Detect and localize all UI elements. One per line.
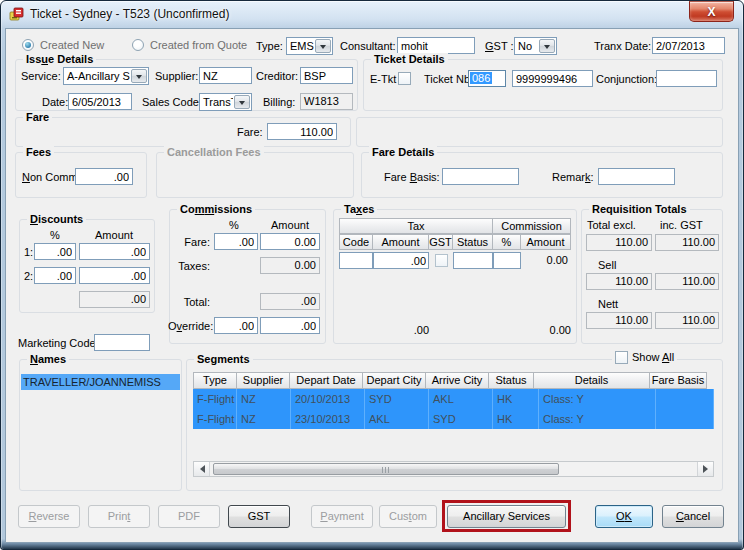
supplier-input[interactable] xyxy=(199,67,252,84)
tax-code-input[interactable] xyxy=(339,252,373,269)
app-icon xyxy=(9,6,25,22)
ticket-details-title: Ticket Details xyxy=(371,53,448,66)
gst-button[interactable]: GST xyxy=(228,505,290,528)
inc-gst-header: inc. GST xyxy=(660,219,703,232)
ticket-nbr-input[interactable] xyxy=(512,70,593,87)
fees-group: Fees Non Comm: xyxy=(15,152,147,198)
discount-row1-amount-input[interactable] xyxy=(79,243,150,260)
commissions-fare-pct-input[interactable] xyxy=(214,233,258,250)
scrollbar-track[interactable] xyxy=(210,462,697,476)
non-comm-input[interactable] xyxy=(75,168,133,185)
conjunction-input[interactable] xyxy=(656,70,717,87)
remark-input[interactable] xyxy=(598,168,675,185)
ancillary-services-button[interactable]: Ancillary Services xyxy=(447,505,566,528)
segments-horizontal-scrollbar[interactable] xyxy=(193,461,714,477)
tax-comm-amount: 0.00 xyxy=(521,252,571,269)
commissions-title: Commissions xyxy=(177,203,255,216)
creditor-label: Creditor: xyxy=(256,70,298,83)
scroll-right-icon[interactable] xyxy=(697,462,713,476)
discount-row1-pct-input[interactable] xyxy=(34,243,76,260)
taxes-col-gst: GST xyxy=(428,234,453,250)
tranx-date-input[interactable] xyxy=(652,37,725,54)
sales-code-combo[interactable]: TransTa xyxy=(199,93,252,111)
tax-status-input[interactable] xyxy=(453,252,493,269)
tax-comm-pct-input[interactable] xyxy=(493,252,521,269)
taxes-col-amount: Amount xyxy=(372,234,429,250)
etkt-label: E-Tkt xyxy=(370,73,396,86)
segments-col-fare-basis: Fare Basis xyxy=(649,372,707,389)
commissions-override-label: Override: xyxy=(168,320,212,333)
tax-gst-checkbox[interactable] xyxy=(435,254,448,267)
show-all-checkbox[interactable] xyxy=(615,351,628,364)
show-all-control[interactable]: Show All xyxy=(612,351,677,364)
requisition-totals-title: Requisition Totals xyxy=(589,203,690,216)
fare-basis-label: Fare Basis: xyxy=(384,171,440,184)
ok-button[interactable]: OK xyxy=(595,505,653,528)
total-incl-value: 110.00 xyxy=(655,234,719,251)
commissions-override-amount-input[interactable] xyxy=(260,317,320,334)
cancel-button[interactable]: Cancel xyxy=(662,505,724,528)
total-excl-header: Total excl. xyxy=(587,219,636,232)
tax-amount-input[interactable] xyxy=(373,252,429,269)
requisition-totals-group: Requisition Totals Total excl. inc. GST … xyxy=(581,209,723,344)
issue-date-input[interactable] xyxy=(68,93,132,110)
names-group: Names TRAVELLER/JOANNEMISS xyxy=(19,359,182,491)
fare-title: Fare xyxy=(23,111,52,124)
issue-details-group: Issue Details Service: A-Ancillary S Sup… xyxy=(15,59,358,111)
billing-label: Billing: xyxy=(263,96,295,109)
discount-row2-pct-input[interactable] xyxy=(34,267,76,284)
segment-row[interactable]: F-Flight NZ 20/10/2013 SYD AKL HK Class:… xyxy=(193,389,714,409)
discounts-amount-header: Amount xyxy=(78,229,150,242)
titlebar: Ticket - Sydney - T523 (Unconfirmed) X xyxy=(1,1,743,27)
scroll-left-icon[interactable] xyxy=(194,462,210,476)
fare-details-group: Fare Details Fare Basis: Remark: xyxy=(361,152,723,198)
close-button[interactable]: X xyxy=(689,1,734,22)
consultant-input[interactable] xyxy=(397,37,475,54)
service-combo-dropdown-icon[interactable] xyxy=(131,69,147,83)
segments-title: Segments xyxy=(194,353,253,366)
fare-basis-input[interactable] xyxy=(442,168,519,185)
scrollbar-thumb[interactable] xyxy=(213,463,559,475)
taxes-col-pct: % xyxy=(492,234,521,250)
issue-details-title: Issue Details xyxy=(23,53,96,66)
type-combo[interactable]: EMS xyxy=(286,37,333,55)
sales-code-combo-dropdown-icon[interactable] xyxy=(234,95,250,109)
custom-button: Custom xyxy=(379,505,437,528)
discount-row1-label: 1: xyxy=(24,246,33,259)
dialog-window: Ticket - Sydney - T523 (Unconfirmed) X C… xyxy=(0,0,744,550)
taxes-col-status: Status xyxy=(452,234,493,250)
created-new-radio[interactable] xyxy=(22,39,34,51)
etkt-checkbox[interactable] xyxy=(398,72,411,85)
taxes-table: Tax Commission Code Amount GST Status % … xyxy=(339,218,571,269)
created-from-quote-label: Created from Quote xyxy=(150,39,247,52)
creditor-input[interactable] xyxy=(300,67,353,84)
fare-input[interactable] xyxy=(267,123,337,140)
commissions-taxes-label: Taxes: xyxy=(172,260,210,273)
ticket-nbr-airline-input[interactable]: 086 xyxy=(468,70,506,87)
commissions-fare-amount-input[interactable] xyxy=(260,233,320,250)
gst-combo-dropdown-icon[interactable] xyxy=(539,39,555,53)
remark-label: Remark: xyxy=(552,171,594,184)
fare-group: Fare Fare: xyxy=(15,117,351,147)
service-label: Service: xyxy=(21,70,61,83)
created-from-quote-radio[interactable] xyxy=(132,39,144,51)
tranx-date-label: Tranx Date: xyxy=(594,40,651,53)
total-excl-value: 110.00 xyxy=(586,234,652,251)
discount-row2-label: 2: xyxy=(24,270,33,283)
name-list-item[interactable]: TRAVELLER/JOANNEMISS xyxy=(21,374,180,390)
commissions-override-pct-input[interactable] xyxy=(214,317,258,334)
sales-code-label: Sales Code: xyxy=(142,96,202,109)
discount-row2-amount-input[interactable] xyxy=(79,267,150,284)
ticket-nbr-airline-selected-text: 086 xyxy=(470,72,492,84)
close-icon: X xyxy=(707,6,715,18)
segment-row[interactable]: F-Flight NZ 23/10/2013 AKL SYD HK Class:… xyxy=(193,409,714,429)
service-combo[interactable]: A-Ancillary S xyxy=(63,67,149,85)
gst-combo[interactable]: No xyxy=(514,37,557,55)
segments-col-depart-date: Depart Date xyxy=(289,372,363,389)
commissions-group: Commissions % Amount Fare: Taxes: 0.00 T… xyxy=(169,209,326,344)
type-combo-dropdown-icon[interactable] xyxy=(315,39,331,53)
marketing-code-input[interactable] xyxy=(94,334,150,351)
window-title: Ticket - Sydney - T523 (Unconfirmed) xyxy=(30,7,229,21)
gst-label: GST : xyxy=(485,40,514,53)
fees-title: Fees xyxy=(23,146,54,159)
